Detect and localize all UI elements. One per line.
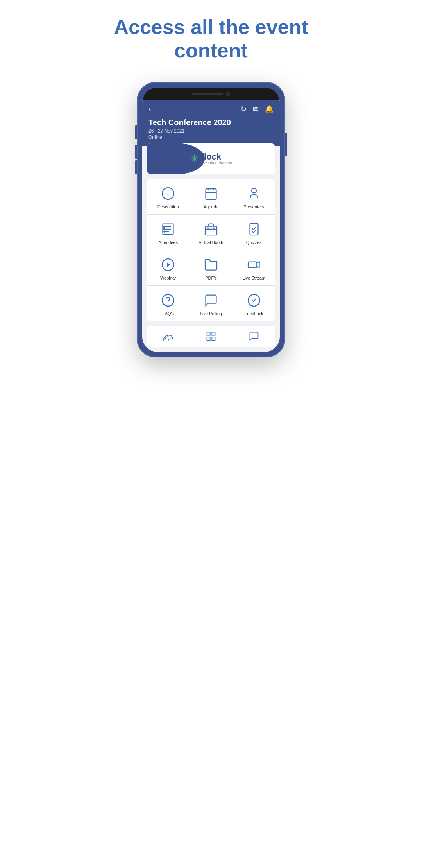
menu-item-live-polling[interactable]: Live Polling [190, 286, 232, 321]
agenda-icon [203, 186, 219, 201]
phone-mockup: ‹ ↻ ✉ 🔔 Tech Conference 2020 26 - 27 Nov… [137, 82, 285, 357]
attendees-icon [160, 221, 176, 237]
feedback-label: Feedback [245, 311, 263, 316]
brand-subtitle: Eventing Platform [201, 161, 232, 165]
menu-item-agenda[interactable]: Agenda [190, 179, 232, 214]
pdfs-icon [203, 257, 219, 273]
virtual-booth-label: Virtual Booth [199, 240, 224, 245]
mail-icon[interactable]: ✉ [253, 105, 259, 113]
bell-icon[interactable]: 🔔 [265, 105, 274, 113]
description-icon [160, 186, 176, 201]
attendees-label: Attendees [159, 240, 178, 245]
svg-point-32 [162, 294, 174, 306]
svg-rect-39 [212, 332, 215, 335]
svg-rect-38 [207, 332, 210, 335]
quizzes-label: Quizzes [246, 240, 262, 245]
event-location: Online [148, 135, 274, 140]
partial-item-3[interactable] [232, 326, 275, 347]
event-title: Tech Conference 2020 [148, 118, 274, 127]
webinar-icon [160, 257, 176, 273]
description-label: Description [157, 204, 179, 209]
webinar-label: Webinar [160, 276, 176, 280]
faqs-icon [160, 292, 176, 308]
svg-point-19 [164, 226, 165, 227]
partial-item-2[interactable] [190, 326, 232, 347]
chat-icon [248, 330, 260, 342]
menu-item-virtual-booth[interactable]: Virtual Booth [190, 215, 232, 250]
menu-item-webinar[interactable]: Webinar [147, 250, 190, 285]
phone-notch [142, 88, 280, 100]
svg-point-20 [164, 228, 165, 230]
svg-rect-30 [248, 262, 257, 267]
flock-logo: ✳ flock Eventing Platform [190, 152, 232, 165]
brand-name: flock [201, 152, 232, 161]
pdfs-label: PDF's [205, 276, 217, 280]
menu-item-attendees[interactable]: Attendees [147, 215, 190, 250]
menu-item-feedback[interactable]: Feedback [232, 286, 275, 321]
live-polling-label: Live Polling [200, 311, 222, 316]
svg-rect-40 [207, 337, 210, 340]
svg-marker-29 [167, 262, 170, 267]
page-heading: Access all the event content [114, 16, 308, 63]
svg-rect-41 [212, 337, 215, 340]
notch-camera [226, 92, 230, 96]
partial-item-1[interactable] [147, 326, 190, 347]
svg-point-21 [164, 231, 165, 232]
event-banner: ✳ flock Eventing Platform [147, 143, 275, 174]
feedback-icon [246, 292, 262, 308]
flock-snowflake-icon: ✳ [190, 152, 199, 165]
menu-item-presenters[interactable]: Presenters [232, 179, 275, 214]
app-header: ‹ ↻ ✉ 🔔 Tech Conference 2020 26 - 27 Nov… [142, 100, 280, 146]
menu-item-description[interactable]: Description [147, 179, 190, 214]
live-polling-icon [203, 292, 219, 308]
live-stream-label: Live Stream [242, 276, 265, 280]
virtual-booth-icon [203, 221, 219, 237]
quizzes-icon [246, 221, 262, 237]
back-button[interactable]: ‹ [148, 104, 151, 114]
svg-marker-31 [257, 262, 259, 267]
menu-item-live-stream[interactable]: Live Stream [232, 250, 275, 285]
grid-icon [205, 330, 217, 342]
refresh-icon[interactable]: ↻ [241, 105, 247, 113]
menu-item-quizzes[interactable]: Quizzes [232, 215, 275, 250]
notch-bar [192, 93, 223, 95]
menu-grid-bottom-partial [147, 326, 275, 347]
menu-grid: Description Agenda Presenters [147, 179, 275, 321]
svg-point-13 [252, 188, 256, 193]
live-stream-icon [246, 257, 262, 273]
presenters-label: Presenters [243, 204, 264, 209]
agenda-label: Agenda [204, 204, 218, 209]
faqs-label: FAQ's [163, 311, 174, 316]
event-date: 26 - 27 Nov 2021 [148, 128, 274, 134]
menu-item-faqs[interactable]: FAQ's [147, 286, 190, 321]
presenters-icon [246, 186, 262, 201]
leaf-icon [162, 330, 174, 342]
menu-item-pdfs[interactable]: PDF's [190, 250, 232, 285]
